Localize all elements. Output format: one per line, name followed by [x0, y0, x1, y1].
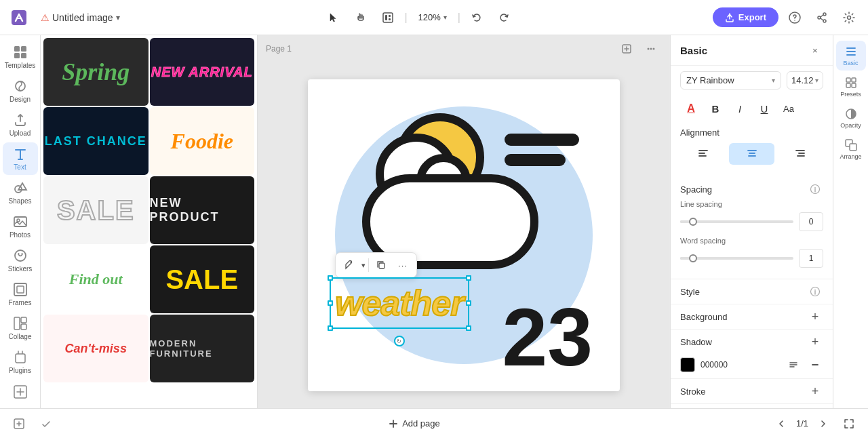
stroke-add-button[interactable]: +	[807, 383, 823, 399]
help-button[interactable]	[784, 7, 806, 28]
expand-button[interactable]	[838, 413, 860, 435]
stroke-label: Stroke	[680, 386, 807, 397]
sidebar-item-text[interactable]: Text	[3, 142, 38, 175]
export-button[interactable]: Export	[713, 7, 778, 27]
close-icon: ×	[812, 45, 818, 56]
sidebar-item-collage[interactable]: Collage	[3, 312, 38, 344]
redo-button[interactable]	[493, 7, 515, 28]
layout-tool-button[interactable]	[377, 7, 399, 28]
add-page-button[interactable]: Add page	[382, 414, 447, 433]
word-spacing-track[interactable]	[680, 257, 793, 260]
sidebar-item-shapes[interactable]: Shapes	[3, 176, 38, 209]
sidebar-item-stickers[interactable]: Stickers	[3, 244, 38, 277]
float-toolbar: ▾ ···	[335, 252, 417, 278]
style-info-button[interactable]	[807, 283, 823, 300]
hamburger-lines	[505, 134, 579, 166]
list-item[interactable]: Can't-miss	[43, 315, 149, 382]
zoom-level: 120%	[418, 12, 441, 22]
list-item[interactable]: NEW ARRIVAL	[150, 38, 255, 106]
svg-point-6	[794, 20, 795, 21]
undo-button[interactable]	[466, 7, 488, 28]
hand-tool-button[interactable]	[350, 7, 372, 28]
list-item[interactable]: SALE	[150, 245, 255, 313]
sub-sidebar-item-opacity[interactable]: Opacity	[836, 103, 866, 133]
svg-rect-10	[14, 53, 20, 58]
list-item[interactable]: SALE	[43, 176, 149, 244]
sidebar-item-photos[interactable]: Photos	[3, 210, 38, 243]
align-center-button[interactable]	[729, 143, 775, 165]
stickers-label: Stickers	[8, 265, 33, 273]
shadow-color-swatch[interactable]	[680, 357, 695, 372]
sale-yellow-text: SALE	[165, 264, 238, 295]
format-italic-button[interactable]: I	[729, 98, 751, 119]
topbar: ⚠ Untitled image ▾ | 120% ▾ | Export	[0, 0, 868, 35]
list-item[interactable]: Spring	[43, 38, 149, 106]
weather-text-selected[interactable]: ↻ weather	[335, 283, 464, 323]
sub-sidebar-item-presets[interactable]: Presets	[836, 72, 866, 102]
format-underline-button[interactable]: U	[753, 98, 775, 119]
svg-rect-35	[846, 83, 850, 87]
svg-rect-23	[21, 324, 26, 330]
share-button[interactable]	[811, 7, 833, 28]
sub-sidebar-item-arrange[interactable]: Arrange	[836, 134, 866, 164]
sidebar-item-templates[interactable]: Templates	[3, 41, 38, 73]
svg-rect-36	[852, 83, 856, 87]
bottom-icon-2[interactable]	[35, 413, 57, 435]
format-case-button[interactable]: Aa	[778, 98, 800, 119]
document-title: Untitled image	[52, 12, 113, 23]
next-page-button[interactable]	[814, 414, 833, 433]
line-spacing-value[interactable]: 0	[799, 212, 823, 231]
font-size-box[interactable]: 14.12 ▾	[787, 71, 823, 89]
sub-sidebar-item-basic[interactable]: Basic	[836, 41, 866, 71]
svg-point-7	[848, 16, 851, 19]
word-spacing-value[interactable]: 1	[799, 249, 823, 268]
panel-close-button[interactable]: ×	[807, 42, 823, 58]
export-label: Export	[738, 12, 766, 22]
document-title-area[interactable]: ⚠ Untitled image ▾	[35, 9, 125, 26]
align-left-button[interactable]	[680, 143, 726, 165]
float-tool-effects[interactable]	[340, 256, 359, 275]
zoom-control[interactable]: 120% ▾	[413, 9, 452, 25]
handle-tl[interactable]	[328, 275, 333, 281]
bottom-sidebar-button[interactable]	[9, 381, 31, 403]
sidebar-item-design[interactable]: Design	[3, 75, 38, 107]
line-spacing-control: 0	[680, 212, 823, 231]
weather-text: weather	[335, 283, 464, 323]
list-item[interactable]: NEW PRODUCT	[150, 176, 255, 244]
canvas-action-2[interactable]	[640, 38, 662, 60]
shadow-eq-button[interactable]	[785, 357, 802, 373]
logo-button[interactable]	[8, 7, 30, 28]
font-selector[interactable]: ZY Rainbow ▾	[680, 71, 781, 89]
font-size-chevron: ▾	[815, 77, 818, 84]
prev-page-button[interactable]	[772, 414, 791, 433]
weather-text-container[interactable]: ▾ ···	[335, 283, 464, 323]
canvas[interactable]: 23 ▾ ···	[308, 79, 620, 391]
sub-opacity-label: Opacity	[840, 122, 861, 129]
sidebar-item-upload[interactable]: Upload	[3, 108, 38, 141]
list-item[interactable]: MODERN FURNITURE	[150, 315, 255, 382]
sidebar-item-plugins[interactable]: Plugins	[3, 346, 38, 378]
line-spacing-track[interactable]	[680, 220, 793, 223]
list-item[interactable]: Foodie	[150, 107, 255, 175]
bottom-icon-1[interactable]	[8, 413, 30, 435]
list-item[interactable]: Find out	[43, 245, 149, 313]
list-item[interactable]: LAST CHANCE	[43, 107, 149, 175]
settings-button[interactable]	[838, 7, 860, 28]
shadow-add-button[interactable]: +	[807, 334, 823, 350]
align-right-button[interactable]	[777, 143, 823, 165]
background-add-button[interactable]: +	[807, 308, 823, 325]
float-tool-copy[interactable]	[372, 256, 391, 275]
sidebar-item-frames[interactable]: Frames	[3, 278, 38, 311]
handle-bl[interactable]	[328, 325, 333, 331]
format-color-button[interactable]: A	[680, 98, 702, 119]
float-tool-more[interactable]: ···	[393, 256, 412, 275]
canvas-wrapper[interactable]: 23 ▾ ···	[258, 62, 670, 408]
spacing-info-button[interactable]	[807, 181, 823, 197]
canvas-action-1[interactable]	[616, 38, 637, 60]
shadow-minus-button[interactable]	[807, 357, 823, 373]
word-spacing-thumb[interactable]	[689, 254, 697, 262]
format-bold-button[interactable]: B	[705, 98, 726, 119]
select-tool-button[interactable]	[323, 7, 344, 28]
handle-ml[interactable]	[328, 300, 333, 306]
line-spacing-thumb[interactable]	[689, 218, 697, 226]
